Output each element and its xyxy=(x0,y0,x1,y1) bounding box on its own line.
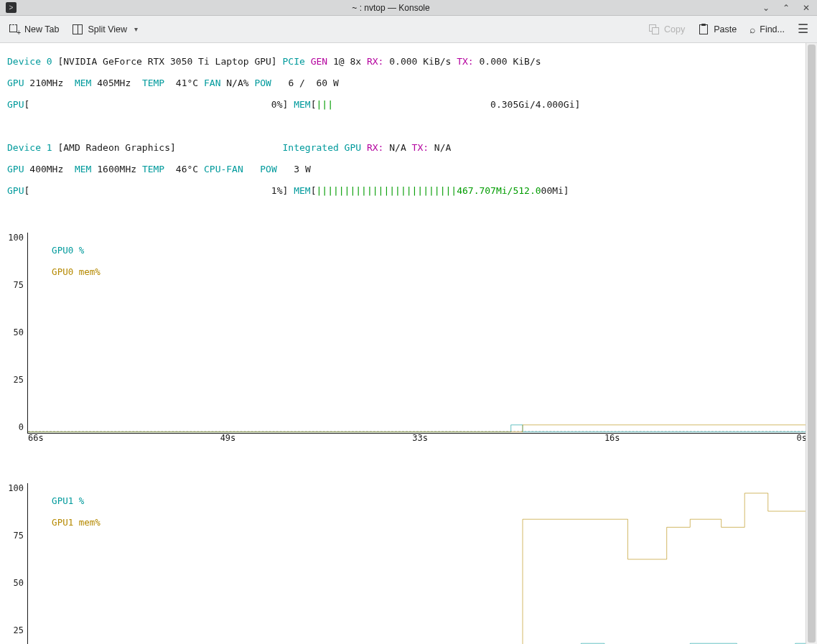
gpu0-plot xyxy=(28,233,807,433)
hamburger-menu-icon[interactable]: ☰ xyxy=(798,22,808,37)
paste-icon xyxy=(698,24,709,35)
toolbar: New Tab Split View ▾ Copy Paste ⌕ Find..… xyxy=(0,16,817,43)
gpu1-chart: 1007550250 GPU1 % GPU1 mem% 66s49s33s16s… xyxy=(27,483,807,644)
maximize-icon[interactable]: ⌃ xyxy=(781,3,791,13)
gpu1-plot xyxy=(28,483,807,644)
copy-button[interactable]: Copy xyxy=(648,24,685,35)
search-icon: ⌕ xyxy=(750,24,755,35)
konsole-app-icon: > xyxy=(6,2,17,13)
window-titlebar: > ~ : nvtop — Konsole ⌄ ⌃ ✕ xyxy=(0,0,817,16)
terminal-output[interactable]: Device 0 [NVIDIA GeForce RTX 3050 Ti Lap… xyxy=(0,43,817,644)
new-tab-button[interactable]: New Tab xyxy=(9,24,59,35)
gpu0-yaxis: 1007550250 xyxy=(6,233,24,433)
split-view-button[interactable]: Split View ▾ xyxy=(72,24,138,35)
close-icon[interactable]: ✕ xyxy=(801,3,811,13)
copy-label: Copy xyxy=(664,24,685,34)
new-tab-label: New Tab xyxy=(24,24,59,34)
terminal-scrollbar[interactable] xyxy=(806,43,817,644)
gpu0-chart: 1007550250 GPU0 % GPU0 mem% 66s49s33s16s… xyxy=(27,233,807,434)
minimize-icon[interactable]: ⌄ xyxy=(761,3,771,13)
chevron-down-icon: ▾ xyxy=(134,25,138,33)
find-button[interactable]: ⌕ Find... xyxy=(750,24,785,35)
window-title: ~ : nvtop — Konsole xyxy=(21,3,761,13)
paste-label: Paste xyxy=(714,24,737,34)
new-tab-icon xyxy=(9,24,20,35)
gpu1-yaxis: 1007550250 xyxy=(6,483,24,644)
split-view-label: Split View xyxy=(88,24,127,34)
copy-icon xyxy=(648,24,660,35)
find-label: Find... xyxy=(760,24,785,34)
paste-button[interactable]: Paste xyxy=(698,24,737,35)
split-view-icon xyxy=(72,24,83,35)
gpu0-xaxis: 66s49s33s16s0s xyxy=(28,433,807,444)
